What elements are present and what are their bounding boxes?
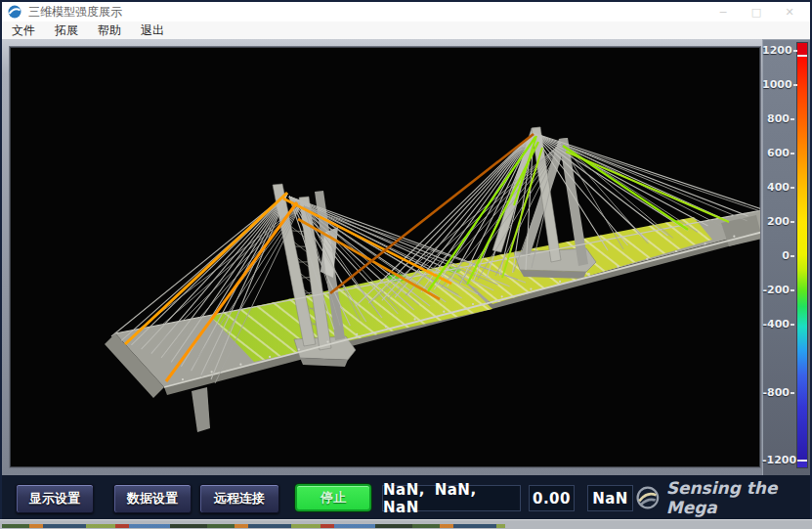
minimize-button[interactable]: ─ [706,2,740,22]
scale-tick: 600 [762,147,794,162]
scale-tick: 0 [762,249,794,265]
scale-tick: 800 [762,112,794,128]
color-scale-bar [796,42,808,468]
display-settings-button[interactable]: 显示设置 [16,484,94,513]
stop-button[interactable]: 停止 [295,484,371,511]
scale-tick: -400 [762,318,794,333]
brand-text: Sensing the Mega [666,478,810,517]
bottom-bar: 显示设置 数据设置 远程连接 停止 NaN, NaN, NaN 0.00 NaN… [2,475,810,519]
window-title: 三维模型强度展示 [28,4,122,21]
menu-exit[interactable]: 退出 [131,22,174,40]
scale-tick: 1200 [762,44,794,60]
brand-swirl-icon [635,483,661,512]
status-readout: NaN [587,485,633,511]
menu-extensions[interactable]: 拓展 [45,22,88,40]
scale-tick: 400 [762,181,794,197]
desktop-sliver [2,524,505,528]
main-frame: 1200 1000 800 600 400 200 0 -200 -400 -8… [2,39,810,475]
scale-tick: -200 [762,284,794,299]
maximize-button[interactable]: □ [740,2,773,22]
color-scale-panel: 1200 1000 800 600 400 200 0 -200 -400 -8… [762,39,810,475]
brand-logo: Sensing the Mega [635,482,810,513]
app-window: 三维模型强度展示 ─ □ ✕ 文件 拓展 帮助 退出 [0,0,812,529]
remote-connection-button[interactable]: 远程连接 [199,484,279,513]
data-settings-button[interactable]: 数据设置 [113,484,192,513]
scale-tick: 1000 [762,78,794,94]
coordinates-readout: NaN, NaN, NaN [382,485,521,511]
scale-tick: -800 [762,386,794,402]
bridge-deck [105,207,760,398]
window-controls: ─ □ ✕ [706,2,806,22]
scale-tick: 200 [762,215,794,231]
title-bar: 三维模型强度展示 ─ □ ✕ [2,2,810,22]
close-button[interactable]: ✕ [773,2,806,22]
viewport-3d[interactable] [10,47,760,467]
bridge-3d-model [10,47,760,467]
value-readout: 0.00 [529,485,575,511]
window-bottom-edge [0,519,812,529]
scale-tick: -1200 [762,454,794,469]
app-logo-icon [8,5,21,19]
menu-file[interactable]: 文件 [2,22,45,40]
menu-bar: 文件 拓展 帮助 退出 [2,22,810,40]
menu-help[interactable]: 帮助 [88,22,131,40]
